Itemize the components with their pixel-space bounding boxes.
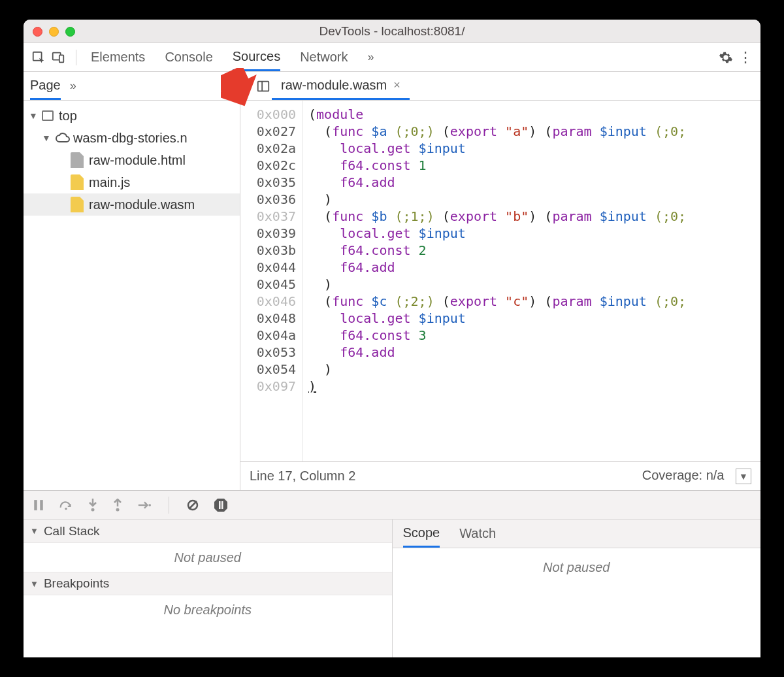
tree-label: top	[59, 108, 77, 124]
caret-down-icon: ▼	[29, 110, 37, 121]
close-icon[interactable]	[33, 27, 42, 37]
scope-watch-tabs: Scope Watch	[393, 520, 761, 548]
navigator-menu-icon[interactable]: ⋮	[220, 78, 233, 94]
tree-origin[interactable]: ▼ wasm-dbg-stories.n	[24, 127, 240, 149]
tab-scope[interactable]: Scope	[403, 520, 440, 548]
step-out-icon[interactable]	[112, 499, 123, 512]
step-into-icon[interactable]	[88, 499, 98, 512]
svg-point-9	[91, 508, 95, 511]
debugger-panel: ▼ Call Stack Not paused ▼ Breakpoints No…	[24, 490, 760, 657]
main-toolbar: Elements Console Sources Network » ⋮	[24, 43, 760, 72]
section-title: Call Stack	[44, 524, 100, 538]
svg-rect-6	[34, 500, 37, 510]
debugger-toolbar	[24, 491, 760, 520]
cursor-position: Line 17, Column 2	[250, 469, 355, 484]
navigator-sidebar: ▼ top ▼ wasm-dbg-stories.n raw-module.ht…	[24, 101, 240, 490]
gutter[interactable]: 0x000 0x027 0x02a 0x02c 0x035 0x036 0x03…	[240, 101, 303, 461]
svg-rect-7	[40, 500, 43, 510]
editor-tabbar: raw-module.wasm ×	[240, 72, 760, 100]
sources-content: ▼ top ▼ wasm-dbg-stories.n raw-module.ht…	[24, 101, 760, 490]
traffic-lights	[33, 27, 75, 37]
sources-subbar: Page » ⋮ raw-module.wasm ×	[24, 72, 760, 101]
coverage-status: Coverage: n/a ▼	[642, 468, 751, 484]
editor-tab-raw-module[interactable]: raw-module.wasm ×	[272, 72, 410, 100]
separator	[169, 497, 169, 514]
caret-down-icon: ▼	[42, 133, 50, 143]
file-icon	[71, 197, 84, 212]
tree-label: main.js	[89, 175, 130, 190]
gear-icon[interactable]	[717, 49, 734, 66]
step-icon[interactable]	[137, 500, 152, 510]
call-stack-header[interactable]: ▼ Call Stack	[24, 520, 392, 543]
minimize-icon[interactable]	[49, 27, 59, 37]
frame-icon	[42, 110, 54, 121]
file-icon	[71, 174, 84, 190]
deactivate-breakpoints-icon[interactable]	[186, 499, 199, 512]
editor-tab-label: raw-module.wasm	[281, 78, 387, 93]
caret-down-icon: ▼	[30, 579, 39, 589]
tree-file-html[interactable]: raw-module.html	[24, 149, 240, 171]
file-tree: ▼ top ▼ wasm-dbg-stories.n raw-module.ht…	[24, 101, 240, 216]
call-stack-body: Not paused	[24, 543, 392, 572]
code-text[interactable]: (module (func $a (;0;) (export "a") (par…	[303, 101, 760, 461]
devtools-window: DevTools - localhost:8081/ Elements Cons…	[24, 20, 760, 657]
breakpoints-body: No breakpoints	[24, 595, 392, 624]
debugger-right-column: Scope Watch Not paused	[393, 520, 761, 657]
pause-icon[interactable]	[33, 499, 44, 511]
navigator-overflow-icon[interactable]: »	[70, 72, 76, 100]
close-tab-icon[interactable]: ×	[393, 78, 400, 92]
section-title: Breakpoints	[44, 576, 109, 591]
svg-rect-15	[219, 501, 221, 509]
pause-on-exceptions-icon[interactable]	[214, 498, 228, 512]
window-title: DevTools - localhost:8081/	[319, 24, 465, 39]
zoom-icon[interactable]	[65, 27, 75, 37]
titlebar: DevTools - localhost:8081/	[24, 20, 760, 43]
svg-rect-2	[59, 55, 63, 62]
svg-rect-16	[221, 501, 223, 509]
separator	[76, 50, 76, 65]
tree-top[interactable]: ▼ top	[24, 105, 240, 127]
breakpoints-header[interactable]: ▼ Breakpoints	[24, 572, 392, 595]
editor-status-bar: Line 17, Column 2 Coverage: n/a ▼	[240, 461, 760, 490]
svg-point-8	[65, 507, 67, 510]
caret-down-icon: ▼	[30, 526, 39, 536]
scope-body: Not paused	[393, 548, 761, 657]
debugger-body: ▼ Call Stack Not paused ▼ Breakpoints No…	[24, 520, 760, 657]
tab-watch[interactable]: Watch	[459, 520, 496, 548]
svg-point-10	[116, 508, 120, 511]
code-area[interactable]: 0x000 0x027 0x02a 0x02c 0x035 0x036 0x03…	[240, 101, 760, 461]
svg-point-11	[148, 504, 151, 506]
svg-rect-4	[258, 81, 269, 91]
file-icon	[71, 152, 84, 168]
cloud-icon	[55, 130, 68, 146]
device-toggle-icon[interactable]	[50, 49, 67, 66]
tree-file-js[interactable]: main.js	[24, 171, 240, 193]
tab-elements[interactable]: Elements	[91, 43, 145, 71]
tab-console[interactable]: Console	[165, 43, 212, 71]
step-over-icon[interactable]	[59, 499, 73, 511]
tab-sources[interactable]: Sources	[233, 43, 280, 71]
kebab-menu-icon[interactable]: ⋮	[737, 49, 754, 66]
navigator-tabs: Page » ⋮	[24, 72, 240, 100]
inspect-element-icon[interactable]	[30, 49, 47, 66]
tree-file-wasm[interactable]: raw-module.wasm	[24, 193, 240, 216]
tree-label: raw-module.html	[89, 153, 186, 168]
toggle-navigator-icon[interactable]	[255, 78, 272, 95]
coverage-toggle-icon[interactable]: ▼	[736, 469, 751, 484]
tab-network[interactable]: Network	[300, 43, 348, 71]
editor-panel: 0x000 0x027 0x02a 0x02c 0x035 0x036 0x03…	[240, 101, 760, 490]
svg-marker-14	[214, 499, 227, 512]
tree-label: raw-module.wasm	[89, 197, 195, 212]
tabs-overflow-icon[interactable]: »	[368, 43, 374, 71]
debugger-left-column: ▼ Call Stack Not paused ▼ Breakpoints No…	[24, 520, 393, 657]
tree-label: wasm-dbg-stories.n	[73, 131, 188, 146]
navigator-tab-page[interactable]: Page	[30, 72, 61, 100]
panel-tabs: Elements Console Sources Network »	[91, 43, 374, 71]
